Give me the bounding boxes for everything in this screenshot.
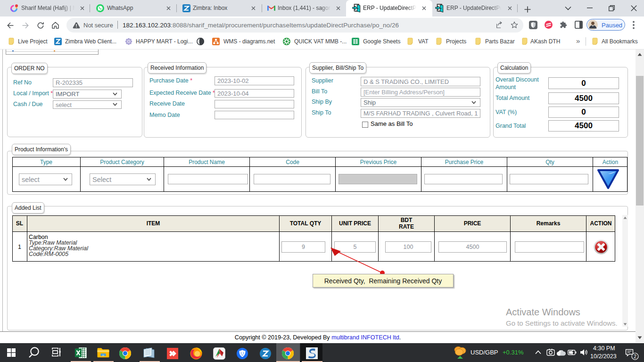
- svg-text:2: 2: [634, 354, 636, 359]
